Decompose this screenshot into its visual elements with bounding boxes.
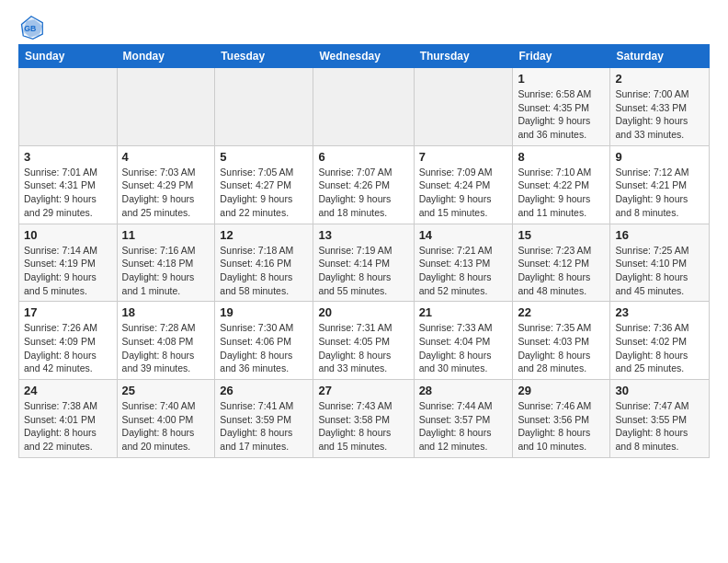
- cell-w2-d1: 3Sunrise: 7:01 AM Sunset: 4:31 PM Daylig…: [19, 145, 118, 224]
- day-info: Sunrise: 7:01 AM Sunset: 4:31 PM Dayligh…: [24, 166, 112, 220]
- day-number: 9: [615, 150, 704, 164]
- day-number: 12: [220, 228, 308, 242]
- day-info: Sunrise: 7:30 AM Sunset: 4:06 PM Dayligh…: [220, 321, 308, 375]
- day-info: Sunrise: 7:38 AM Sunset: 4:01 PM Dayligh…: [24, 399, 112, 454]
- col-header-tuesday: Tuesday: [215, 45, 313, 68]
- calendar-table: SundayMondayTuesdayWednesdayThursdayFrid…: [18, 44, 710, 458]
- day-info: Sunrise: 7:00 AM Sunset: 4:33 PM Dayligh…: [615, 87, 704, 142]
- day-number: 1: [518, 72, 605, 86]
- day-number: 7: [419, 150, 508, 164]
- day-info: Sunrise: 7:40 AM Sunset: 4:00 PM Dayligh…: [122, 399, 210, 454]
- cell-w4-d7: 23Sunrise: 7:36 AM Sunset: 4:02 PM Dayli…: [610, 302, 710, 380]
- cell-w3-d3: 12Sunrise: 7:18 AM Sunset: 4:16 PM Dayli…: [215, 224, 313, 302]
- day-number: 15: [518, 228, 605, 242]
- cell-w1-d6: 1Sunrise: 6:58 AM Sunset: 4:35 PM Daylig…: [513, 68, 610, 146]
- col-header-wednesday: Wednesday: [313, 45, 414, 68]
- week-row-4: 17Sunrise: 7:26 AM Sunset: 4:09 PM Dayli…: [19, 302, 710, 380]
- day-number: 3: [24, 150, 112, 164]
- week-row-1: 1Sunrise: 6:58 AM Sunset: 4:35 PM Daylig…: [19, 68, 710, 146]
- day-info: Sunrise: 7:35 AM Sunset: 4:03 PM Dayligh…: [518, 321, 605, 375]
- cell-w5-d5: 28Sunrise: 7:44 AM Sunset: 3:57 PM Dayli…: [414, 380, 513, 458]
- day-info: Sunrise: 7:14 AM Sunset: 4:19 PM Dayligh…: [24, 244, 112, 298]
- cell-w2-d2: 4Sunrise: 7:03 AM Sunset: 4:29 PM Daylig…: [117, 145, 215, 224]
- cell-w2-d3: 5Sunrise: 7:05 AM Sunset: 4:27 PM Daylig…: [215, 145, 313, 224]
- day-number: 21: [419, 305, 508, 319]
- week-row-3: 10Sunrise: 7:14 AM Sunset: 4:19 PM Dayli…: [19, 224, 710, 302]
- cell-w5-d6: 29Sunrise: 7:46 AM Sunset: 3:56 PM Dayli…: [513, 380, 610, 458]
- logo-icon: GB: [18, 15, 44, 40]
- cell-w5-d3: 26Sunrise: 7:41 AM Sunset: 3:59 PM Dayli…: [215, 380, 313, 458]
- day-info: Sunrise: 6:58 AM Sunset: 4:35 PM Dayligh…: [518, 87, 605, 142]
- cell-w4-d1: 17Sunrise: 7:26 AM Sunset: 4:09 PM Dayli…: [19, 302, 118, 380]
- day-number: 10: [24, 228, 112, 242]
- cell-w5-d2: 25Sunrise: 7:40 AM Sunset: 4:00 PM Dayli…: [117, 380, 215, 458]
- cell-w1-d5: [414, 68, 513, 146]
- week-row-2: 3Sunrise: 7:01 AM Sunset: 4:31 PM Daylig…: [19, 145, 710, 224]
- day-number: 24: [24, 384, 112, 397]
- cell-w4-d2: 18Sunrise: 7:28 AM Sunset: 4:08 PM Dayli…: [117, 302, 215, 380]
- svg-text:GB: GB: [24, 24, 36, 33]
- day-info: Sunrise: 7:19 AM Sunset: 4:14 PM Dayligh…: [318, 244, 408, 298]
- header-row: SundayMondayTuesdayWednesdayThursdayFrid…: [19, 45, 710, 68]
- day-info: Sunrise: 7:09 AM Sunset: 4:24 PM Dayligh…: [419, 166, 508, 220]
- cell-w5-d7: 30Sunrise: 7:47 AM Sunset: 3:55 PM Dayli…: [610, 380, 710, 458]
- day-info: Sunrise: 7:12 AM Sunset: 4:21 PM Dayligh…: [615, 166, 704, 220]
- cell-w3-d2: 11Sunrise: 7:16 AM Sunset: 4:18 PM Dayli…: [117, 224, 215, 302]
- cell-w1-d4: [313, 68, 414, 146]
- cell-w3-d7: 16Sunrise: 7:25 AM Sunset: 4:10 PM Dayli…: [610, 224, 710, 302]
- day-info: Sunrise: 7:26 AM Sunset: 4:09 PM Dayligh…: [24, 321, 112, 375]
- day-number: 18: [122, 305, 210, 319]
- day-info: Sunrise: 7:36 AM Sunset: 4:02 PM Dayligh…: [615, 321, 704, 375]
- cell-w1-d7: 2Sunrise: 7:00 AM Sunset: 4:33 PM Daylig…: [610, 68, 710, 146]
- day-info: Sunrise: 7:46 AM Sunset: 3:56 PM Dayligh…: [518, 399, 605, 454]
- day-info: Sunrise: 7:21 AM Sunset: 4:13 PM Dayligh…: [419, 244, 508, 298]
- day-number: 6: [318, 150, 408, 164]
- cell-w1-d3: [215, 68, 313, 146]
- day-number: 4: [122, 150, 210, 164]
- cell-w1-d2: [117, 68, 215, 146]
- col-header-friday: Friday: [513, 45, 610, 68]
- cell-w2-d5: 7Sunrise: 7:09 AM Sunset: 4:24 PM Daylig…: [414, 145, 513, 224]
- day-info: Sunrise: 7:43 AM Sunset: 3:58 PM Dayligh…: [318, 399, 408, 454]
- day-number: 5: [220, 150, 308, 164]
- day-number: 20: [318, 305, 408, 319]
- day-info: Sunrise: 7:31 AM Sunset: 4:05 PM Dayligh…: [318, 321, 408, 375]
- day-info: Sunrise: 7:41 AM Sunset: 3:59 PM Dayligh…: [220, 399, 308, 454]
- day-info: Sunrise: 7:23 AM Sunset: 4:12 PM Dayligh…: [518, 244, 605, 298]
- cell-w3-d5: 14Sunrise: 7:21 AM Sunset: 4:13 PM Dayli…: [414, 224, 513, 302]
- cell-w3-d4: 13Sunrise: 7:19 AM Sunset: 4:14 PM Dayli…: [313, 224, 414, 302]
- day-info: Sunrise: 7:25 AM Sunset: 4:10 PM Dayligh…: [615, 244, 704, 298]
- cell-w2-d7: 9Sunrise: 7:12 AM Sunset: 4:21 PM Daylig…: [610, 145, 710, 224]
- day-number: 26: [220, 384, 308, 397]
- day-info: Sunrise: 7:18 AM Sunset: 4:16 PM Dayligh…: [220, 244, 308, 298]
- day-number: 22: [518, 305, 605, 319]
- col-header-saturday: Saturday: [610, 45, 710, 68]
- day-info: Sunrise: 7:10 AM Sunset: 4:22 PM Dayligh…: [518, 166, 605, 220]
- day-info: Sunrise: 7:28 AM Sunset: 4:08 PM Dayligh…: [122, 321, 210, 375]
- week-row-5: 24Sunrise: 7:38 AM Sunset: 4:01 PM Dayli…: [19, 380, 710, 458]
- day-info: Sunrise: 7:03 AM Sunset: 4:29 PM Dayligh…: [122, 166, 210, 220]
- day-info: Sunrise: 7:16 AM Sunset: 4:18 PM Dayligh…: [122, 244, 210, 298]
- day-info: Sunrise: 7:07 AM Sunset: 4:26 PM Dayligh…: [318, 166, 408, 220]
- cell-w4-d5: 21Sunrise: 7:33 AM Sunset: 4:04 PM Dayli…: [414, 302, 513, 380]
- day-number: 8: [518, 150, 605, 164]
- header: GB: [18, 15, 710, 40]
- day-number: 2: [615, 72, 704, 86]
- day-number: 16: [615, 228, 704, 242]
- logo: GB: [18, 15, 48, 40]
- col-header-monday: Monday: [117, 45, 215, 68]
- cell-w1-d1: [19, 68, 118, 146]
- day-info: Sunrise: 7:05 AM Sunset: 4:27 PM Dayligh…: [220, 166, 308, 220]
- page: GB SundayMondayTuesdayWednesdayThursdayF…: [0, 0, 728, 467]
- day-number: 29: [518, 384, 605, 397]
- day-number: 30: [615, 384, 704, 397]
- cell-w5-d4: 27Sunrise: 7:43 AM Sunset: 3:58 PM Dayli…: [313, 380, 414, 458]
- day-number: 23: [615, 305, 704, 319]
- day-number: 19: [220, 305, 308, 319]
- day-number: 27: [318, 384, 408, 397]
- cell-w4-d3: 19Sunrise: 7:30 AM Sunset: 4:06 PM Dayli…: [215, 302, 313, 380]
- day-number: 28: [419, 384, 508, 397]
- col-header-sunday: Sunday: [19, 45, 118, 68]
- day-number: 17: [24, 305, 112, 319]
- cell-w4-d4: 20Sunrise: 7:31 AM Sunset: 4:05 PM Dayli…: [313, 302, 414, 380]
